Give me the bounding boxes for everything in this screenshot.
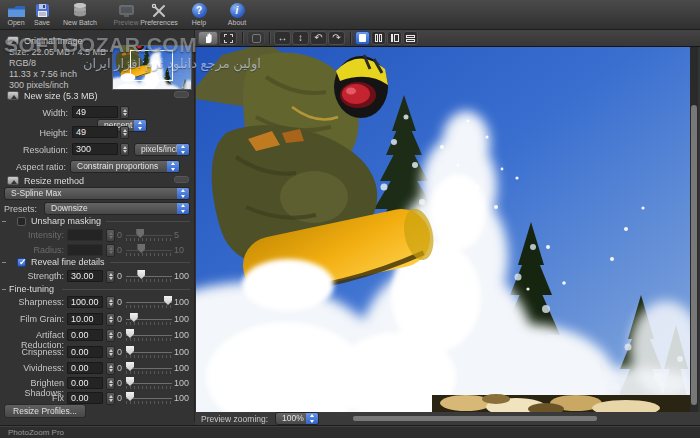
slider-thumb[interactable] — [126, 346, 134, 355]
width-stepper[interactable] — [120, 106, 129, 119]
rotate-left-button[interactable]: ↶ — [310, 31, 327, 45]
crispness-stepper[interactable] — [106, 346, 115, 359]
height-stepper[interactable] — [120, 126, 129, 139]
photozoom-window: Open Save New Batch Preview Preferences — [0, 0, 700, 438]
crop-selection-button — [247, 31, 265, 45]
artifact-slider[interactable] — [126, 335, 172, 336]
brighten-slider[interactable] — [126, 383, 172, 384]
overexposure-slider[interactable] — [126, 398, 172, 399]
sharpness-label: Sharpness: — [0, 297, 64, 307]
unsharp-checkbox[interactable] — [17, 217, 26, 226]
slider-thumb[interactable] — [164, 296, 172, 305]
tools-icon — [138, 1, 180, 18]
preferences-button[interactable]: Preferences — [138, 1, 180, 29]
navigator-thumbnail[interactable] — [112, 45, 192, 90]
view-split-horizontal-button[interactable] — [403, 31, 418, 45]
fit-height-icon: ↕ — [298, 33, 303, 43]
height-label: Height: — [6, 128, 68, 138]
slider-thumb[interactable] — [126, 329, 134, 338]
preview-image[interactable] — [196, 47, 690, 412]
sharpness-field[interactable]: 100.00 — [67, 296, 103, 308]
vividness-slider[interactable] — [126, 368, 172, 369]
slider-thumb[interactable] — [126, 362, 134, 371]
slider-thumb[interactable] — [130, 313, 138, 322]
rotate-right-button[interactable]: ↷ — [328, 31, 345, 45]
resolution-label: Resolution: — [6, 145, 68, 155]
method-info-pill[interactable] — [174, 176, 189, 183]
floppy-icon — [29, 1, 55, 18]
about-button[interactable]: i About — [222, 1, 252, 29]
collapse-method-button[interactable] — [7, 176, 19, 185]
crispness-slider[interactable] — [126, 352, 172, 353]
strength-field[interactable]: 30.00 — [67, 270, 103, 282]
resolution-stepper[interactable] — [120, 143, 129, 156]
original-section-title: Original Image — [24, 36, 83, 46]
filmgrain-field[interactable]: 10.00 — [67, 313, 103, 325]
vividness-field[interactable]: 0.00 — [67, 362, 103, 374]
fit-width-button[interactable]: ↔ — [274, 31, 291, 45]
open-button[interactable]: Open — [2, 1, 30, 29]
split-pane-icon — [375, 34, 378, 42]
collapse-newsize-button[interactable] — [7, 91, 19, 100]
toolbar-separator — [269, 32, 270, 44]
radius-slider — [126, 250, 172, 251]
overexposure-stepper[interactable] — [106, 392, 115, 405]
sharpness-slider[interactable] — [126, 302, 172, 303]
resolution-unit-dropdown[interactable]: pixels/inch — [134, 143, 190, 156]
strength-stepper[interactable] — [106, 270, 115, 283]
method-dropdown[interactable]: S-Spline Max — [4, 187, 190, 200]
strength-slider[interactable] — [126, 276, 172, 277]
presets-dropdown[interactable]: Downsize — [44, 202, 190, 215]
overexposure-field[interactable]: 0.00 — [67, 392, 103, 404]
slider-thumb[interactable] — [126, 392, 134, 401]
artifact-stepper[interactable] — [106, 329, 115, 342]
crop-icon — [252, 34, 261, 43]
fit-height-button[interactable]: ↕ — [292, 31, 309, 45]
resolution-field[interactable]: 300 — [72, 143, 118, 155]
reveal-checkbox[interactable] — [17, 258, 26, 267]
new-batch-button[interactable]: New Batch — [58, 1, 102, 29]
view-split-vertical-button[interactable] — [371, 31, 386, 45]
vividness-label: Vividness: — [0, 363, 64, 373]
vertical-scrollbar[interactable] — [690, 47, 698, 412]
newsize-info-pill[interactable] — [174, 91, 189, 98]
finetuning-section-title: Fine-tuning — [9, 284, 54, 294]
hand-icon — [203, 32, 214, 44]
collapse-original-button[interactable] — [7, 36, 19, 45]
marquee-icon — [224, 34, 233, 43]
height-field[interactable]: 49 — [72, 126, 118, 138]
view-split-wide-button[interactable] — [387, 31, 402, 45]
slider-thumb[interactable] — [137, 270, 145, 279]
marquee-tool-button[interactable] — [219, 31, 237, 45]
filmgrain-slider[interactable] — [126, 319, 172, 320]
vividness-stepper[interactable] — [106, 362, 115, 375]
brighten-field[interactable]: 0.00 — [67, 377, 103, 389]
sharpness-stepper[interactable] — [106, 296, 115, 309]
slider-thumb[interactable] — [126, 377, 134, 386]
horizontal-scrollbar-thumb[interactable] — [353, 416, 597, 421]
app-name: PhotoZoom Pro — [8, 428, 64, 437]
snowboarder-photo — [196, 47, 690, 412]
help-button[interactable]: ? Help — [186, 1, 212, 29]
preview-zoom-dropdown[interactable]: 100% — [275, 412, 319, 425]
resize-profiles-button[interactable]: Resize Profiles... — [4, 404, 86, 418]
filmgrain-stepper[interactable] — [106, 313, 115, 326]
single-pane-icon — [359, 34, 366, 42]
view-single-button[interactable] — [355, 31, 370, 45]
intensity-stepper — [106, 229, 115, 242]
navigator-marquee[interactable] — [130, 50, 173, 81]
settings-sidebar: Original Image Size: 22.05 MB / 4.5 MB R… — [0, 30, 195, 422]
artifact-field[interactable]: 0.00 — [67, 329, 103, 341]
dropdown-arrows-icon — [167, 160, 180, 173]
brighten-stepper[interactable] — [106, 377, 115, 390]
aspect-ratio-dropdown[interactable]: Constrain proportions — [70, 160, 180, 173]
save-button[interactable]: Save — [29, 1, 55, 29]
toolbar-separator — [242, 32, 243, 44]
original-size: Size: 22.05 MB / 4.5 MB — [9, 47, 106, 57]
toolbar-separator — [350, 32, 351, 44]
radius-field — [67, 244, 103, 256]
vertical-scrollbar-thumb[interactable] — [691, 105, 697, 405]
crispness-field[interactable]: 0.00 — [67, 346, 103, 358]
pan-tool-button[interactable] — [198, 31, 218, 45]
width-field[interactable]: 49 — [72, 106, 118, 118]
